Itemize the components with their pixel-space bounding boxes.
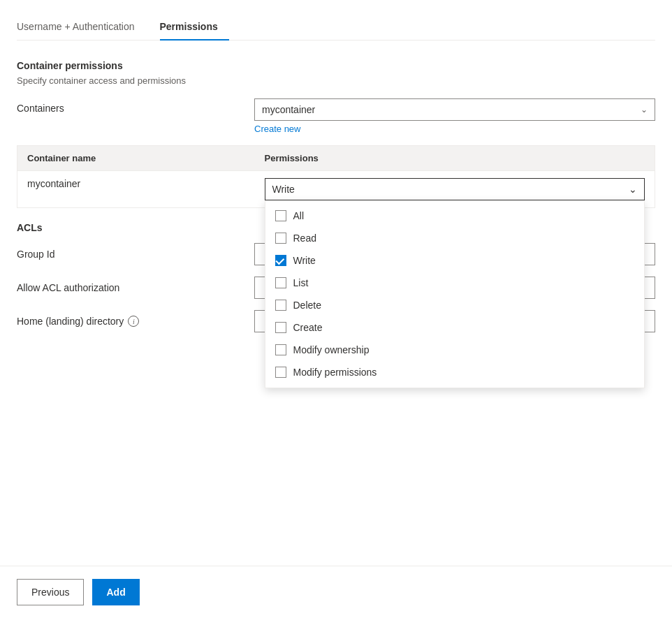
tab-bar: Username + Authentication Permissions xyxy=(17,14,655,41)
perm-checkbox-read[interactable] xyxy=(275,233,286,244)
section-description: Specify container access and permissions xyxy=(17,75,655,86)
col-permissions: Permissions xyxy=(255,146,655,171)
add-button[interactable]: Add xyxy=(92,579,139,605)
perm-option-modify-permissions[interactable]: Modify permissions xyxy=(265,361,645,383)
permissions-dropdown-wrapper: Write ⌄ All Read xyxy=(265,178,645,200)
table-row: mycontainer Write ⌄ All xyxy=(17,171,655,208)
containers-row: Containers mycontainer ⌄ Create new xyxy=(17,98,655,134)
permissions-table: Container name Permissions mycontainer W… xyxy=(17,145,655,208)
group-id-label: Group Id xyxy=(17,249,254,260)
footer: Previous Add xyxy=(0,566,672,618)
perm-option-modify-ownership[interactable]: Modify ownership xyxy=(265,339,645,361)
create-new-link[interactable]: Create new xyxy=(254,124,300,134)
permissions-dropdown-list: All Read Write xyxy=(265,200,645,388)
permissions-dropdown-trigger[interactable]: Write ⌄ xyxy=(265,178,645,200)
permissions-chevron-icon: ⌄ xyxy=(629,184,637,195)
containers-dropdown[interactable]: mycontainer ⌄ xyxy=(254,98,655,121)
col-container-name: Container name xyxy=(17,146,255,171)
containers-control: mycontainer ⌄ Create new xyxy=(254,98,655,134)
home-directory-label: Home (landing) directory i xyxy=(17,316,254,327)
tab-permissions[interactable]: Permissions xyxy=(160,14,229,41)
perm-checkbox-all[interactable] xyxy=(275,210,286,221)
perm-option-list[interactable]: List xyxy=(265,272,645,294)
perm-option-read[interactable]: Read xyxy=(265,227,645,249)
container-name-cell: mycontainer xyxy=(17,171,255,208)
containers-chevron-icon: ⌄ xyxy=(641,105,648,115)
home-directory-info-icon: i xyxy=(128,316,139,327)
containers-label: Containers xyxy=(17,98,254,114)
section-title: Container permissions xyxy=(17,60,655,71)
permissions-cell: Write ⌄ All Read xyxy=(255,171,655,208)
perm-checkbox-modify-permissions[interactable] xyxy=(275,367,286,378)
perm-checkbox-write[interactable] xyxy=(275,255,286,266)
perm-option-create[interactable]: Create xyxy=(265,316,645,339)
perm-option-all[interactable]: All xyxy=(265,205,645,227)
allow-acl-label: Allow ACL authorization xyxy=(17,282,254,293)
perm-option-write[interactable]: Write xyxy=(265,249,645,272)
previous-button[interactable]: Previous xyxy=(17,579,84,605)
perm-option-delete[interactable]: Delete xyxy=(265,294,645,316)
perm-checkbox-modify-ownership[interactable] xyxy=(275,344,286,355)
perm-checkbox-list[interactable] xyxy=(275,277,286,288)
tab-auth[interactable]: Username + Authentication xyxy=(17,14,146,41)
perm-checkbox-create[interactable] xyxy=(275,322,286,333)
perm-checkbox-delete[interactable] xyxy=(275,300,286,311)
